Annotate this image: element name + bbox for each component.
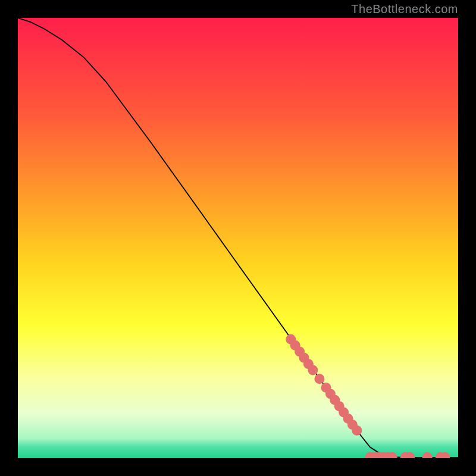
data-marker xyxy=(308,365,318,375)
watermark-text: TheBottleneck.com xyxy=(351,2,458,16)
data-marker xyxy=(352,425,362,436)
plot-area xyxy=(18,18,458,458)
gradient-background xyxy=(18,18,458,458)
data-marker xyxy=(314,374,324,384)
chart-container: TheBottleneck.com xyxy=(0,0,476,476)
chart-svg xyxy=(18,18,458,458)
